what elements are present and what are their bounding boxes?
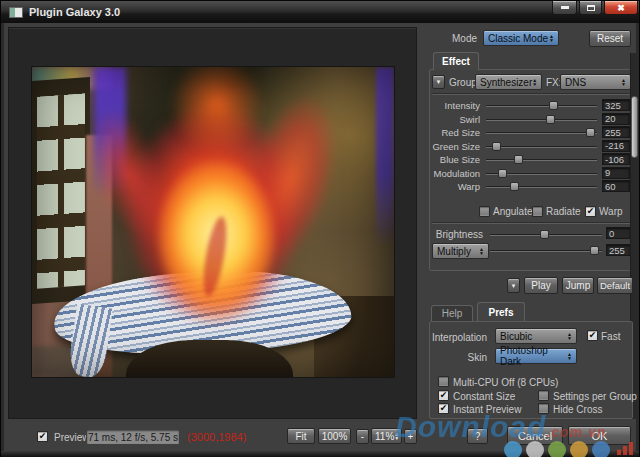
slider-thumb[interactable] <box>549 101 558 110</box>
skin-dropdown[interactable]: Photoshop Dark ▲▼ <box>495 348 577 364</box>
chevron-down-icon: ▼ <box>511 283 517 289</box>
effect-panel: ▼ Group: Synthesizer ▲▼ FX: DNS ▲▼ Inten… <box>429 69 633 271</box>
minimize-button[interactable] <box>552 1 577 15</box>
slider-thumb[interactable] <box>514 155 523 164</box>
multicpu-checkbox[interactable] <box>438 376 449 387</box>
preview-label: Preview <box>54 432 90 443</box>
tab-prefs[interactable]: Prefs <box>477 302 525 321</box>
fast-label: Fast <box>601 331 620 342</box>
slider-value-field[interactable]: -216 <box>602 140 630 152</box>
reset-button[interactable]: Reset <box>589 30 631 47</box>
brightness-track[interactable] <box>490 234 602 236</box>
slider-track[interactable] <box>486 159 597 161</box>
radiate-checkbox[interactable] <box>532 206 543 217</box>
fit-button[interactable]: Fit <box>287 428 315 444</box>
settings-per-group-checkbox[interactable] <box>538 390 549 401</box>
brightness-thumb[interactable] <box>540 230 549 239</box>
slider-row: Modulation9 <box>430 167 632 180</box>
help-button[interactable]: ? <box>467 428 488 444</box>
updown-arrows-icon: ▲▼ <box>621 78 626 86</box>
title-bar[interactable]: Plugin Galaxy 3.0 <box>1 1 639 23</box>
render-status-field: 71 ms, 12 f/s, 5.75 s <box>86 429 180 445</box>
plugin-window: Plugin Galaxy 3.0 ✖ Mode Classic Mode ▲▼… <box>0 0 640 457</box>
slider-row: Blue Size-106 <box>430 153 632 166</box>
slider-thumb[interactable] <box>498 169 507 178</box>
slider-label: Modulation <box>430 168 480 179</box>
group-value: Synthesizer <box>480 77 532 88</box>
hide-cross-checkbox[interactable] <box>538 403 549 414</box>
window-border-left <box>1 23 4 452</box>
updown-arrows-icon: ▲▼ <box>567 352 572 360</box>
brightness-value-field[interactable]: 0 <box>606 227 631 239</box>
default-button[interactable]: Default <box>597 277 633 294</box>
slider-thumb[interactable] <box>492 142 501 151</box>
slider-value-field[interactable]: 60 <box>602 180 630 192</box>
warp-label: Warp <box>599 206 623 217</box>
fx-dropdown[interactable]: DNS ▲▼ <box>560 74 631 90</box>
updown-arrows-icon: ▲▼ <box>549 34 554 42</box>
blend-mode-dropdown[interactable]: Multiply ▲▼ <box>432 243 489 259</box>
hundred-percent-button[interactable]: 100% <box>318 428 351 444</box>
slider-track[interactable] <box>486 119 597 121</box>
preview-checkbox[interactable]: ✔ <box>37 431 48 442</box>
window-border-bottom <box>1 451 639 457</box>
updown-arrows-icon: ▲▼ <box>567 332 572 340</box>
play-button[interactable]: Play <box>524 277 558 294</box>
slider-value-field[interactable]: 9 <box>602 167 630 179</box>
chevron-down-icon: ▼ <box>436 79 442 85</box>
slider-thumb[interactable] <box>586 128 595 137</box>
radiate-label: Radiate <box>546 206 580 217</box>
zoom-in-button[interactable]: + <box>404 429 417 444</box>
slider-track[interactable] <box>486 146 597 148</box>
slider-track[interactable] <box>486 105 597 107</box>
close-icon: ✖ <box>617 3 625 13</box>
slider-label: Blue Size <box>430 154 480 165</box>
updown-arrows-icon: ▲▼ <box>532 78 537 86</box>
slider-value-field[interactable]: 255 <box>602 126 630 138</box>
cancel-button[interactable]: Cancel <box>507 426 563 445</box>
close-button[interactable]: ✖ <box>604 1 638 15</box>
constant-size-label: Constant Size <box>453 391 515 402</box>
slider-value-field[interactable]: -106 <box>602 153 630 165</box>
angulate-checkbox[interactable] <box>479 206 490 217</box>
slider-value-field[interactable]: 325 <box>602 99 630 111</box>
blend-track[interactable] <box>490 250 602 252</box>
settings-per-group-label: Settings per Group <box>553 391 637 402</box>
slider-track[interactable] <box>486 186 597 188</box>
instant-preview-checkbox[interactable]: ✔ <box>438 403 449 414</box>
slider-thumb[interactable] <box>510 182 519 191</box>
mode-dropdown[interactable]: Classic Mode ▲▼ <box>483 30 559 46</box>
zoom-level-dropdown[interactable]: 11% ▲▼ <box>371 428 402 444</box>
interpolation-dropdown[interactable]: Bicubic ▲▼ <box>495 328 577 344</box>
anim-menu-button[interactable]: ▼ <box>507 278 520 293</box>
tab-effect[interactable]: Effect <box>433 52 479 70</box>
skin-label: Skin <box>430 352 487 363</box>
constant-size-checkbox[interactable]: ✔ <box>438 390 449 401</box>
interpolation-label: Interpolation <box>430 332 487 343</box>
jump-button[interactable]: Jump <box>562 277 594 294</box>
preset-menu-button[interactable]: ▼ <box>432 75 445 89</box>
mode-label: Mode <box>452 33 477 44</box>
group-dropdown[interactable]: Synthesizer ▲▼ <box>475 74 542 90</box>
slider-label: Red Size <box>430 127 480 138</box>
tab-help[interactable]: Help <box>431 305 473 321</box>
interpolation-value: Bicubic <box>500 331 532 342</box>
slider-track[interactable] <box>486 132 597 134</box>
slider-value-field[interactable]: 20 <box>602 113 630 125</box>
slider-track[interactable] <box>486 173 597 175</box>
multicpu-label: Multi-CPU Off (8 CPUs) <box>453 377 558 388</box>
photo-vignette <box>32 67 394 377</box>
ok-button[interactable]: OK <box>568 426 631 445</box>
maximize-button[interactable] <box>579 1 602 15</box>
maximize-icon <box>587 5 595 11</box>
scrollbar-thumb[interactable] <box>631 96 638 158</box>
blend-value-field[interactable]: 255 <box>606 244 631 256</box>
updown-arrows-icon: ▲▼ <box>394 432 399 440</box>
preview-image[interactable] <box>32 67 394 377</box>
blend-thumb[interactable] <box>590 246 599 255</box>
warp-checkbox[interactable]: ✔ <box>585 206 596 217</box>
updown-arrows-icon: ▲▼ <box>479 247 484 255</box>
zoom-out-button[interactable]: - <box>356 429 369 444</box>
slider-thumb[interactable] <box>546 115 555 124</box>
fast-checkbox[interactable]: ✔ <box>587 330 598 341</box>
